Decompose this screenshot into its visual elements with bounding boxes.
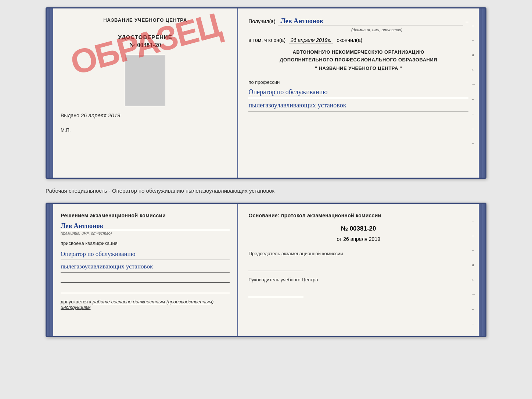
protocol-date-value: 26 апреля 2019 <box>343 236 380 242</box>
received-prefix: Получил(а) <box>248 18 275 24</box>
org-line1: АВТОНОМНУЮ НЕКОММЕРЧЕСКУЮ ОРГАНИЗАЦИЮ <box>248 49 468 56</box>
date-suffix: окончил(а) <box>337 37 362 43</box>
dopuskaetsya-block: допускается к работе согласно должностны… <box>61 299 230 310</box>
received-name: Лев Антпонов <box>278 17 464 25</box>
bottom-person-subtitle: (фамилия, имя, отчество) <box>61 231 230 235</box>
udostoverenie-number: № 00381-20 <box>61 42 230 49</box>
director-block: Руководитель учебного Центра <box>248 277 468 297</box>
udostoverenie-label: УДОСТОВЕРЕНИЕ <box>61 34 230 40</box>
vydano-prefix: Выдано <box>61 113 79 118</box>
top-certificate-book: НАЗВАНИЕ УЧЕБНОГО ЦЕНТРА ОБРАЗЕЦ УДОСТОВ… <box>46 7 486 179</box>
vydano-line: Выдано 26 апреля 2019 <box>61 112 230 118</box>
bottom-right-page: Основание: протокол экзаменационной коми… <box>238 204 479 336</box>
org-name: НАЗВАНИЕ УЧЕБНОГО ЦЕНТРА <box>319 65 398 72</box>
date-value: 26 апреля 2019г. <box>289 37 333 43</box>
top-right-page: Получил(а) Лев Антпонов – (фамилия, имя,… <box>238 8 479 178</box>
date-line: в том, что он(а) 26 апреля 2019г. окончи… <box>248 37 468 43</box>
chairman-block: Председатель экзаменационной комиссии <box>248 251 468 271</box>
decision-title: Решением экзаменационной комиссии <box>61 213 230 218</box>
vydano-date: 26 апреля 2019 <box>81 112 121 118</box>
photo-placeholder <box>125 55 165 106</box>
received-line: Получил(а) Лев Антпонов – <box>248 17 468 25</box>
bottom-person-name: Лев Антпонов <box>61 222 230 230</box>
org-name-block: " НАЗВАНИЕ УЧЕБНОГО ЦЕНТРА " <box>248 65 468 72</box>
director-signature-line <box>248 290 303 297</box>
org-quote-close: " <box>400 65 402 72</box>
qual-line1: Оператор по обслуживанию <box>61 248 230 260</box>
received-dash: – <box>466 18 468 24</box>
org-quote-open: " <box>315 65 317 72</box>
org-line2: ДОПОЛНИТЕЛЬНОГО ПРОФЕССИОНАЛЬНОГО ОБРАЗО… <box>248 56 468 64</box>
osnovaniye-title: Основание: протокол экзаменационной коми… <box>248 213 468 218</box>
qual-line2: пылегазоулавливающих установок <box>61 261 230 272</box>
book-spine-bottom-left <box>47 204 53 336</box>
profession-line1: Оператор по обслуживанию <box>248 86 468 98</box>
right-edge-marks: – – и а ← – – – – <box>472 23 476 145</box>
org-block: АВТОНОМНУЮ НЕКОММЕРЧЕСКУЮ ОРГАНИЗАЦИЮ ДО… <box>248 49 468 72</box>
profession-label: по профессии <box>248 79 468 85</box>
dopuskaetsya-prefix: допускается к <box>61 299 91 304</box>
book-spine-left <box>47 8 53 178</box>
bottom-certificate-book: Решением экзаменационной комиссии Лев Ан… <box>46 203 486 337</box>
protocol-date-prefix: от <box>337 236 342 242</box>
director-label: Руководитель учебного Центра <box>248 277 468 282</box>
assigned-label: присвоена квалификация <box>61 241 230 246</box>
cert-title-top: НАЗВАНИЕ УЧЕБНОГО ЦЕНТРА <box>61 17 230 23</box>
blank-line-1 <box>61 275 230 283</box>
chairman-signature-line <box>248 264 303 271</box>
bottom-left-page: Решением экзаменационной комиссии Лев Ан… <box>53 204 238 336</box>
middle-specialty-label: Рабочая специальность - Оператор по обсл… <box>46 185 486 197</box>
received-subtitle: (фамилия, имя, отчество) <box>285 28 468 32</box>
profession-line2: пылегазоулавливающих установок <box>248 100 468 111</box>
chairman-label: Председатель экзаменационной комиссии <box>248 251 468 256</box>
udostoverenie-block: УДОСТОВЕРЕНИЕ № 00381-20 <box>61 34 230 49</box>
book-spine-right-bottom <box>479 204 485 336</box>
blank-line-2 <box>61 286 230 293</box>
mp-label: М.П. <box>61 127 230 133</box>
page-wrapper: НАЗВАНИЕ УЧЕБНОГО ЦЕНТРА ОБРАЗЕЦ УДОСТОВ… <box>7 7 525 337</box>
protocol-number: № 00381-20 <box>248 225 468 232</box>
date-prefix: в том, что он(а) <box>248 37 285 43</box>
protocol-date: от 26 апреля 2019 <box>248 236 468 242</box>
bottom-right-edge-marks: – – – и а ← – – – – <box>472 218 476 337</box>
top-left-page: НАЗВАНИЕ УЧЕБНОГО ЦЕНТРА ОБРАЗЕЦ УДОСТОВ… <box>53 8 238 178</box>
book-spine-right-top <box>479 8 485 178</box>
